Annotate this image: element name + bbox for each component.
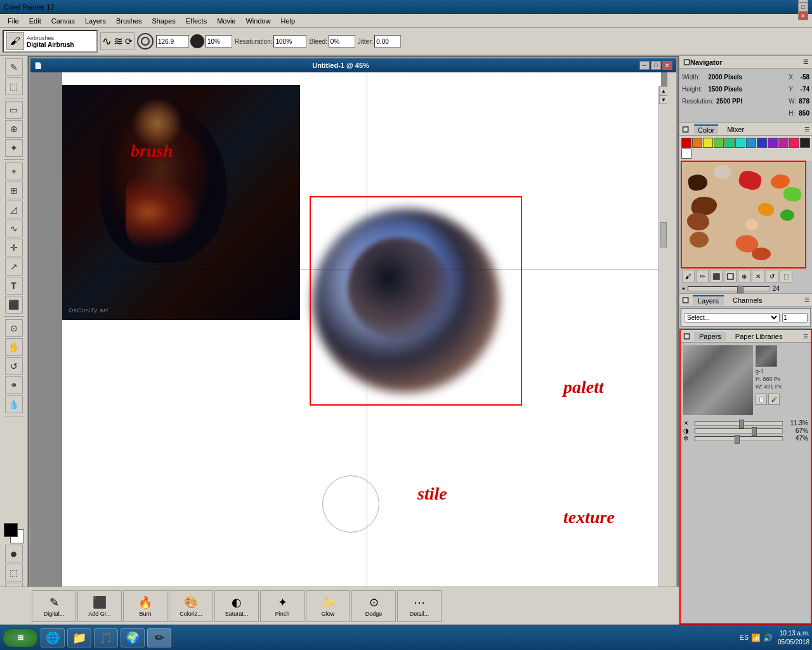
bottom-tool-addgrain[interactable]: ⬛ Add Gr... bbox=[77, 590, 122, 622]
bottom-tool-digital[interactable]: ✎ Digital... bbox=[32, 590, 76, 622]
swatch-purple[interactable] bbox=[768, 138, 778, 148]
layers-panel-menu-icon[interactable]: ☰ bbox=[804, 297, 809, 303]
brush-target-icon[interactable] bbox=[137, 33, 154, 50]
bottom-tool-detail[interactable]: ⋯ Detail... bbox=[397, 590, 442, 622]
close-button[interactable]: ✕ bbox=[798, 11, 808, 20]
brightness-slider[interactable] bbox=[695, 421, 783, 426]
canvas-area[interactable]: 📄 Untitled-1 @ 45% ─ □ ✕ bbox=[28, 56, 679, 625]
swatch-navy[interactable] bbox=[757, 138, 767, 148]
menu-effects[interactable]: Effects bbox=[181, 16, 212, 26]
layers-input[interactable] bbox=[782, 313, 808, 322]
tool-move[interactable]: ✛ bbox=[5, 239, 23, 256]
bleed-input[interactable] bbox=[329, 35, 355, 48]
scale-thumb[interactable] bbox=[735, 435, 740, 444]
taskbar-browser[interactable]: 🌍 bbox=[121, 628, 145, 647]
contrast-thumb[interactable] bbox=[752, 427, 757, 436]
tab-papers[interactable]: Papers bbox=[694, 332, 726, 341]
resaturation-input[interactable] bbox=[273, 35, 306, 48]
tool-arrow[interactable]: ↗ bbox=[5, 258, 23, 275]
menu-file[interactable]: File bbox=[3, 16, 24, 26]
jitter-input[interactable] bbox=[374, 35, 401, 48]
swatch-black[interactable] bbox=[800, 138, 810, 148]
tool-clone[interactable]: ⚭ bbox=[5, 376, 23, 394]
tab-mixer[interactable]: Mixer bbox=[723, 125, 748, 134]
start-button[interactable]: ⊞ bbox=[3, 628, 38, 647]
tool-text[interactable]: T bbox=[5, 277, 23, 295]
color-tool-3[interactable]: ⬛ bbox=[710, 270, 723, 282]
tool-pen[interactable]: ∿ bbox=[5, 220, 23, 237]
bottom-tool-dodge[interactable]: ⊙ Dodge bbox=[351, 590, 396, 622]
tab-layers[interactable]: Layers bbox=[693, 295, 724, 305]
swatch-blue[interactable] bbox=[746, 138, 756, 148]
mixer-canvas[interactable] bbox=[681, 161, 806, 269]
menu-shapes[interactable]: Shapes bbox=[147, 16, 180, 26]
scroll-down-button[interactable]: ▼ bbox=[659, 95, 667, 104]
size-input[interactable] bbox=[156, 35, 189, 48]
maximize-button[interactable]: □ bbox=[798, 3, 808, 11]
color-tool-2[interactable]: ✏ bbox=[696, 270, 709, 282]
color-tool-5[interactable]: ⊕ bbox=[738, 270, 750, 282]
contrast-slider[interactable] bbox=[695, 428, 783, 434]
tool-shape[interactable]: ◿ bbox=[5, 201, 23, 218]
swatch-cyan[interactable] bbox=[735, 138, 745, 148]
tool-magnify[interactable]: ⊙ bbox=[5, 319, 23, 337]
tool-selection[interactable]: ▭ bbox=[5, 101, 23, 119]
swatch-orange[interactable] bbox=[692, 138, 702, 148]
tool-eraser[interactable]: ⬚ bbox=[5, 77, 23, 95]
swatch-red[interactable] bbox=[681, 138, 691, 148]
color-tool-7[interactable]: ↺ bbox=[766, 270, 778, 282]
swatch-green[interactable] bbox=[714, 138, 724, 148]
tool-hand[interactable]: ✋ bbox=[5, 338, 23, 356]
tool-lasso[interactable]: ⊕ bbox=[5, 120, 23, 138]
tab-color[interactable]: Color bbox=[694, 124, 718, 135]
tool-brush[interactable]: ✎ bbox=[5, 58, 23, 76]
bottom-tool-burn[interactable]: 🔥 Burn bbox=[123, 590, 167, 622]
size-slider-thumb[interactable] bbox=[737, 286, 743, 293]
navigator-menu-icon[interactable]: ☰ bbox=[803, 59, 808, 65]
canvas-close-button[interactable]: ✕ bbox=[662, 61, 672, 70]
paper-icon-2[interactable]: 🖊 bbox=[768, 394, 780, 405]
scroll-up-button[interactable]: ▲ bbox=[659, 86, 667, 95]
opacity-input[interactable] bbox=[206, 35, 232, 48]
taskbar-explorer[interactable]: 📁 bbox=[67, 628, 91, 647]
bottom-tool-glow[interactable]: ✨ Glow bbox=[306, 590, 350, 622]
bottom-tool-pinch[interactable]: ✦ Pinch bbox=[260, 590, 304, 622]
scale-slider[interactable] bbox=[695, 436, 783, 441]
swatch-magenta[interactable] bbox=[778, 138, 789, 148]
brush-variant-icon1[interactable]: ∿ bbox=[102, 34, 112, 48]
swatch-yellow[interactable] bbox=[703, 138, 713, 148]
bottom-tool-saturate[interactable]: ◐ Saturat... bbox=[214, 590, 259, 622]
color-tool-4[interactable]: 🔲 bbox=[724, 270, 737, 282]
tool-extra1[interactable]: ● bbox=[5, 545, 23, 562]
tool-transform[interactable]: ⌖ bbox=[5, 162, 23, 180]
taskbar-ie[interactable]: 🌐 bbox=[41, 628, 65, 647]
color-tool-1[interactable]: 🖌 bbox=[682, 270, 695, 282]
swatch-white[interactable] bbox=[681, 149, 691, 159]
color-tool-8[interactable]: ⬚ bbox=[780, 270, 792, 282]
menu-help[interactable]: Help bbox=[276, 16, 301, 26]
brush-selector[interactable]: 🖌 Airbrushes Digital Airbrush bbox=[3, 30, 98, 53]
color-panel-menu-icon[interactable]: ☰ bbox=[804, 126, 809, 133]
menu-layers[interactable]: Layers bbox=[80, 16, 111, 26]
tab-channels[interactable]: Channels bbox=[728, 296, 767, 305]
tool-fill[interactable]: ⬛ bbox=[5, 296, 23, 314]
menu-movie[interactable]: Movie bbox=[212, 16, 240, 26]
menu-window[interactable]: Window bbox=[240, 16, 275, 26]
papers-menu-icon[interactable]: ☰ bbox=[803, 333, 808, 340]
brush-variant-icon3[interactable]: ⟳ bbox=[125, 36, 133, 46]
taskbar-media[interactable]: 🎵 bbox=[94, 628, 118, 647]
canvas-restore-button[interactable]: □ bbox=[651, 61, 661, 70]
swatch-pink[interactable] bbox=[789, 138, 799, 148]
tool-magic-wand[interactable]: ✦ bbox=[5, 139, 23, 157]
layers-select[interactable]: Select... bbox=[684, 313, 780, 322]
color-swatches[interactable] bbox=[4, 523, 24, 543]
swatch-teal[interactable] bbox=[724, 138, 735, 148]
taskbar-painter[interactable]: ✏ bbox=[147, 628, 171, 647]
menu-canvas[interactable]: Canvas bbox=[46, 16, 80, 26]
tool-rotate[interactable]: ↺ bbox=[5, 357, 23, 375]
menu-brushes[interactable]: Brushes bbox=[111, 16, 147, 26]
menu-edit[interactable]: Edit bbox=[24, 16, 46, 26]
tool-dropper[interactable]: 💧 bbox=[5, 395, 23, 413]
foreground-color[interactable] bbox=[4, 523, 18, 537]
size-slider[interactable] bbox=[688, 286, 770, 291]
